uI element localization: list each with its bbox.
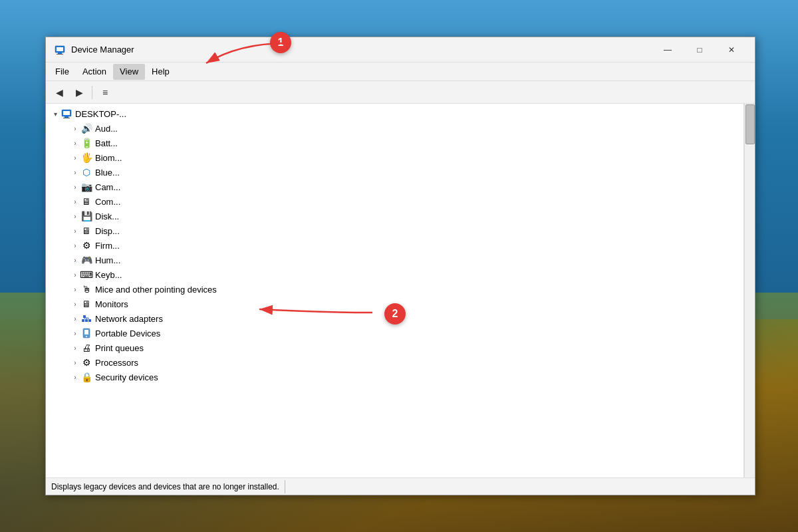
- bluetooth-expander[interactable]: ›: [70, 167, 80, 178]
- annotation-bubble-2: 2: [384, 303, 406, 325]
- root-expander[interactable]: ▾: [50, 108, 61, 119]
- camera-icon: 📷: [80, 182, 92, 192]
- com-label: Com...: [95, 197, 120, 207]
- tree-item-disk[interactable]: › 💾 Disk...: [46, 209, 743, 223]
- menu-file[interactable]: File: [49, 64, 76, 80]
- keyboard-expander[interactable]: ›: [70, 269, 80, 280]
- security-expander[interactable]: ›: [70, 372, 80, 382]
- tree-item-camera[interactable]: › 📷 Cam...: [46, 180, 743, 194]
- firmware-icon: ⚙: [80, 240, 92, 251]
- processors-icon: ⚙: [80, 357, 92, 368]
- scrollbar-thumb[interactable]: [745, 104, 755, 144]
- com-expander[interactable]: ›: [70, 196, 80, 207]
- svg-rect-1: [57, 47, 63, 51]
- menu-help[interactable]: Help: [145, 64, 176, 80]
- security-label: Security devices: [95, 372, 158, 382]
- forward-button[interactable]: ▶: [70, 84, 88, 101]
- firmware-expander[interactable]: ›: [70, 240, 80, 251]
- svg-rect-9: [85, 319, 88, 322]
- tree-item-audio[interactable]: › 🔊 Aud...: [46, 121, 743, 136]
- hid-label: Hum...: [95, 255, 120, 265]
- battery-expander[interactable]: ›: [70, 138, 80, 148]
- properties-button[interactable]: ≡: [96, 84, 114, 101]
- bluetooth-label: Blue...: [95, 168, 120, 178]
- status-text: Displays legacy devices and devices that…: [51, 482, 279, 491]
- status-bar: Displays legacy devices and devices that…: [46, 477, 755, 495]
- network-icon: [80, 313, 92, 324]
- tree-item-mice[interactable]: › 🖱 Mice and other pointing devices: [46, 282, 743, 297]
- window-controls: — □ ✕: [652, 40, 747, 60]
- tree-item-firmware[interactable]: › ⚙ Firm...: [46, 238, 743, 253]
- disk-label: Disk...: [95, 211, 119, 221]
- minimize-button[interactable]: —: [652, 40, 683, 60]
- annotation-bubble-1: 1: [270, 32, 291, 53]
- processors-label: Processors: [95, 358, 138, 368]
- processors-expander[interactable]: ›: [70, 357, 80, 368]
- tree-item-portable[interactable]: › Portable Devices: [46, 326, 743, 340]
- disk-icon: 💾: [80, 211, 92, 221]
- back-button[interactable]: ◀: [50, 84, 68, 101]
- biometric-expander[interactable]: ›: [70, 152, 80, 163]
- mice-label: Mice and other pointing devices: [95, 285, 217, 295]
- svg-rect-3: [57, 54, 63, 55]
- network-label: Network adapters: [95, 314, 163, 324]
- audio-label: Aud...: [95, 124, 118, 134]
- maximize-button[interactable]: □: [684, 40, 715, 60]
- menu-action[interactable]: Action: [76, 64, 113, 80]
- print-label: Print queues: [95, 343, 144, 353]
- hid-expander[interactable]: ›: [70, 255, 80, 265]
- keyboard-label: Keyb...: [95, 270, 122, 280]
- tree-item-security[interactable]: › 🔒 Security devices: [46, 370, 743, 384]
- camera-label: Cam...: [95, 182, 120, 192]
- close-button[interactable]: ✕: [716, 40, 747, 60]
- menu-bar: File Action View Help: [46, 63, 755, 81]
- firmware-label: Firm...: [95, 241, 120, 251]
- tree-item-print[interactable]: › 🖨 Print queues: [46, 340, 743, 355]
- print-icon: 🖨: [80, 342, 92, 353]
- battery-label: Batt...: [95, 138, 118, 148]
- svg-rect-2: [58, 53, 62, 54]
- svg-rect-17: [84, 330, 88, 334]
- tree-item-bluetooth[interactable]: › ⬡ Blue...: [46, 165, 743, 180]
- device-tree[interactable]: ▾ DESKTOP-... › 🔊 Aud... ›: [46, 104, 744, 477]
- security-icon: 🔒: [80, 372, 92, 382]
- scrollbar[interactable]: [744, 104, 755, 477]
- app-icon: [54, 44, 66, 56]
- portable-label: Portable Devices: [95, 329, 160, 338]
- com-icon: 🖥: [80, 196, 92, 207]
- svg-rect-7: [63, 118, 70, 118]
- menu-view[interactable]: View: [113, 64, 145, 80]
- mice-icon: 🖱: [80, 284, 92, 295]
- display-label: Disp...: [95, 226, 120, 236]
- biometric-icon: 🖐: [80, 152, 92, 163]
- svg-rect-11: [83, 315, 86, 318]
- root-label: DESKTOP-...: [75, 109, 126, 119]
- tree-item-biometric[interactable]: › 🖐 Biom...: [46, 150, 743, 165]
- status-divider: [285, 480, 285, 493]
- toolbar: ◀ ▶ ≡: [46, 81, 755, 104]
- camera-expander[interactable]: ›: [70, 182, 80, 192]
- device-manager-window: Device Manager — □ ✕ File Action View He…: [45, 37, 755, 495]
- portable-icon: [80, 328, 92, 338]
- main-content: ▾ DESKTOP-... › 🔊 Aud... ›: [46, 104, 755, 477]
- mice-expander[interactable]: ›: [70, 284, 80, 295]
- display-expander[interactable]: ›: [70, 225, 80, 236]
- portable-expander[interactable]: ›: [70, 328, 80, 338]
- tree-item-battery[interactable]: › 🔋 Batt...: [46, 136, 743, 150]
- tree-root[interactable]: ▾ DESKTOP-...: [46, 106, 743, 121]
- tree-item-com-ports[interactable]: › 🖥 Com...: [46, 194, 743, 209]
- print-expander[interactable]: ›: [70, 342, 80, 353]
- tree-item-display[interactable]: › 🖥 Disp...: [46, 223, 743, 238]
- monitors-icon: 🖥: [80, 299, 92, 309]
- svg-rect-6: [65, 116, 68, 118]
- audio-expander[interactable]: ›: [70, 123, 80, 134]
- keyboard-icon: ⌨: [80, 269, 92, 280]
- disk-expander[interactable]: ›: [70, 211, 80, 221]
- tree-item-hid[interactable]: › 🎮 Hum...: [46, 253, 743, 267]
- tree-item-keyboard[interactable]: › ⌨ Keyb...: [46, 267, 743, 282]
- monitors-expander[interactable]: ›: [70, 299, 80, 309]
- audio-icon: 🔊: [80, 123, 92, 134]
- tree-item-processors[interactable]: › ⚙ Processors: [46, 355, 743, 370]
- svg-point-18: [86, 336, 87, 337]
- network-expander[interactable]: ›: [70, 313, 80, 324]
